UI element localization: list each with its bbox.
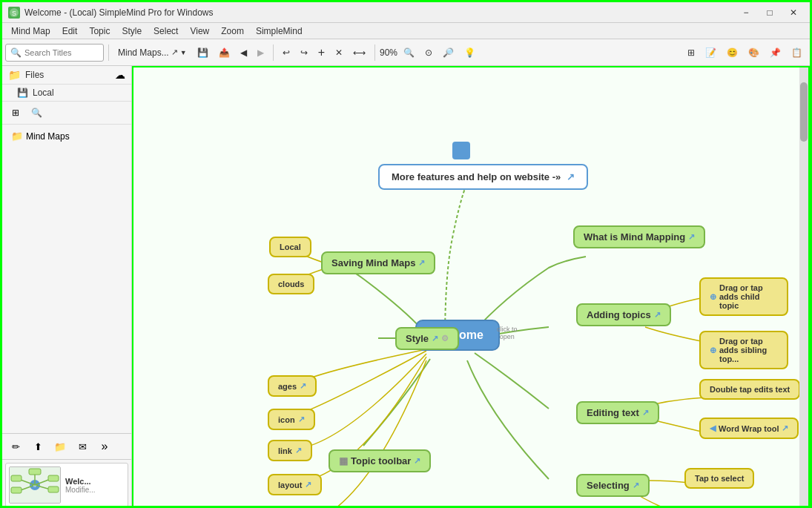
sidebar-thumbnail[interactable]: W Welc... Modifie...	[2, 460, 131, 508]
zoom-level: 90%	[380, 47, 397, 58]
sidebar-tree-mindmaps[interactable]: 📁 Mind Maps	[5, 128, 128, 145]
external-link-icon: ↗	[567, 171, 575, 182]
svg-rect-5	[48, 475, 59, 481]
selecting-label: Selecting	[587, 480, 630, 491]
drag-sibling-label: Drag or tap adds sibling top...	[719, 337, 778, 363]
topic-toolbar-ext-icon[interactable]: ↗	[414, 456, 420, 466]
search-canvas-button[interactable]: 🔎	[438, 42, 458, 63]
menu-zoom[interactable]: Zoom	[215, 24, 250, 38]
more-features-label: More features and help on website -»	[392, 171, 561, 182]
topic-toolbar-label: Topic toolbar	[351, 455, 411, 466]
canvas-area[interactable]: More features and help on website -» ↗ W…	[132, 66, 810, 508]
emoji-button[interactable]: 😊	[722, 42, 742, 63]
minimize-button[interactable]: −	[736, 5, 756, 20]
back-button[interactable]: ◀	[236, 42, 251, 63]
sidebar-action-btn-2[interactable]: 🔍	[27, 105, 45, 121]
link-ext-icon[interactable]: ↗	[295, 446, 302, 455]
what-mind-mapping-node[interactable]: What is Mind Mapping ↗	[573, 225, 705, 248]
extra-button[interactable]: 📋	[787, 42, 807, 63]
external-icon: ↗	[171, 47, 178, 57]
editing-text-ext-icon[interactable]: ↗	[642, 408, 649, 418]
maximize-button[interactable]: □	[759, 5, 780, 20]
layout-node[interactable]: layout ↗	[268, 474, 322, 495]
zoom-dropdown[interactable]: 🔍	[399, 42, 419, 63]
editing-text-node[interactable]: Editing text ↗	[576, 401, 659, 424]
clouds-label: clouds	[278, 280, 304, 288]
delete-button[interactable]: ✕	[331, 42, 347, 63]
drag-child-plus-icon: ⊕	[710, 292, 716, 302]
sidebar-more-btn[interactable]: »	[94, 436, 115, 457]
save-button[interactable]: 💾	[193, 42, 213, 63]
icon-ext-icon[interactable]: ↗	[298, 415, 305, 424]
what-mind-mapping-ext-icon[interactable]: ↗	[688, 232, 695, 242]
zoom-fit-button[interactable]: ⊙	[420, 42, 437, 63]
layout-label: layout	[278, 481, 302, 489]
selecting-ext-icon[interactable]: ↗	[633, 481, 639, 490]
pin-button[interactable]: 📌	[765, 42, 785, 63]
style-ext-icon[interactable]: ↗	[432, 334, 438, 343]
mindmaps-folder-icon: 📁	[11, 131, 23, 142]
sidebar-new-btn[interactable]: ⬆	[27, 436, 48, 457]
chevron-down-icon: ▼	[180, 49, 187, 56]
app-icon: S	[8, 7, 20, 19]
selecting-node[interactable]: Selecting ↗	[576, 474, 650, 497]
notes-button[interactable]: 📝	[701, 42, 721, 63]
drag-sibling-node[interactable]: ⊕ Drag or tap adds sibling top...	[699, 331, 788, 369]
scrollbar-thumb[interactable]	[800, 82, 808, 142]
redo-button[interactable]: ↪	[296, 42, 312, 63]
tap-select-node[interactable]: Tap to select	[684, 468, 754, 489]
sidebar-local-row[interactable]: 💾 Local	[2, 85, 131, 101]
ages-ext-icon[interactable]: ↗	[300, 381, 306, 391]
style-label: Style	[406, 333, 429, 344]
drag-child-node[interactable]: ⊕ Drag or tap adds child topic	[699, 277, 788, 316]
add-button[interactable]: +	[314, 42, 329, 63]
ages-node[interactable]: ages ↗	[268, 375, 317, 397]
close-button[interactable]: ✕	[783, 5, 804, 20]
adding-topics-node[interactable]: Adding topics ↗	[576, 303, 671, 326]
menu-style[interactable]: Style	[116, 24, 148, 38]
sidebar-edit-btn[interactable]: ✏	[5, 436, 26, 457]
icon-node[interactable]: icon ↗	[268, 409, 315, 430]
more-features-node[interactable]: More features and help on website -» ↗	[378, 164, 588, 190]
window-controls[interactable]: − □ ✕	[736, 5, 804, 20]
adding-topics-ext-icon[interactable]: ↗	[654, 310, 661, 320]
forward-button[interactable]: ▶	[253, 42, 268, 63]
sidebar-folder-btn[interactable]: 📁	[50, 436, 70, 457]
menu-simplemind[interactable]: SimpleMind	[250, 24, 308, 38]
sidebar-files-row[interactable]: 📁 Files ☁	[2, 66, 131, 85]
toolbar: 🔍 Mind Maps... ↗ ▼ 💾 📤 ◀ ▶ ↩ ↪ + ✕ ⟷ 90%…	[2, 39, 810, 66]
local-node[interactable]: Local	[269, 237, 311, 257]
separator-2	[273, 44, 274, 61]
layout-ext-icon[interactable]: ↗	[305, 480, 311, 489]
vertical-scrollbar[interactable]	[799, 67, 808, 508]
word-wrap-ext-icon[interactable]: ↗	[782, 423, 788, 433]
menu-edit[interactable]: Edit	[56, 24, 84, 38]
drag-sibling-plus-icon: ⊕	[710, 346, 716, 355]
sidebar-action-btn-1[interactable]: ⊞	[7, 105, 24, 121]
arrange-button[interactable]: ⊞	[683, 42, 699, 63]
svg-text:S: S	[12, 10, 16, 17]
mindmaps-breadcrumb[interactable]: Mind Maps... ↗ ▼	[113, 42, 191, 63]
style-node[interactable]: Style ↗ ⚙	[395, 327, 459, 350]
menu-view[interactable]: View	[184, 24, 215, 38]
link-label: link	[278, 446, 292, 455]
sidebar-mail-btn[interactable]: ✉	[72, 436, 93, 457]
double-tap-node[interactable]: Double tap edits text	[699, 379, 800, 400]
topic-toolbar-node[interactable]: ▦ Topic toolbar ↗	[329, 449, 431, 472]
menu-topic[interactable]: Topic	[83, 24, 116, 38]
thumb-card-welcome[interactable]: W Welc... Modifie...	[5, 463, 128, 507]
menu-mindmap[interactable]: Mind Map	[5, 24, 56, 38]
light-button[interactable]: 💡	[460, 42, 480, 63]
connect-button[interactable]: ⟷	[349, 42, 370, 63]
link-node[interactable]: link ↗	[268, 440, 312, 461]
menu-select[interactable]: Select	[148, 24, 184, 38]
search-box[interactable]: 🔍	[5, 44, 104, 62]
style-button[interactable]: 🎨	[744, 42, 764, 63]
clouds-node[interactable]: clouds	[268, 274, 314, 294]
search-input[interactable]	[24, 48, 99, 57]
share-button[interactable]: 📤	[214, 42, 234, 63]
saving-node[interactable]: Saving Mind Maps ↗	[321, 251, 435, 274]
undo-button[interactable]: ↩	[278, 42, 294, 63]
word-wrap-node[interactable]: ◀ Word Wrap tool ↗	[699, 418, 799, 439]
saving-ext-icon[interactable]: ↗	[418, 258, 425, 268]
